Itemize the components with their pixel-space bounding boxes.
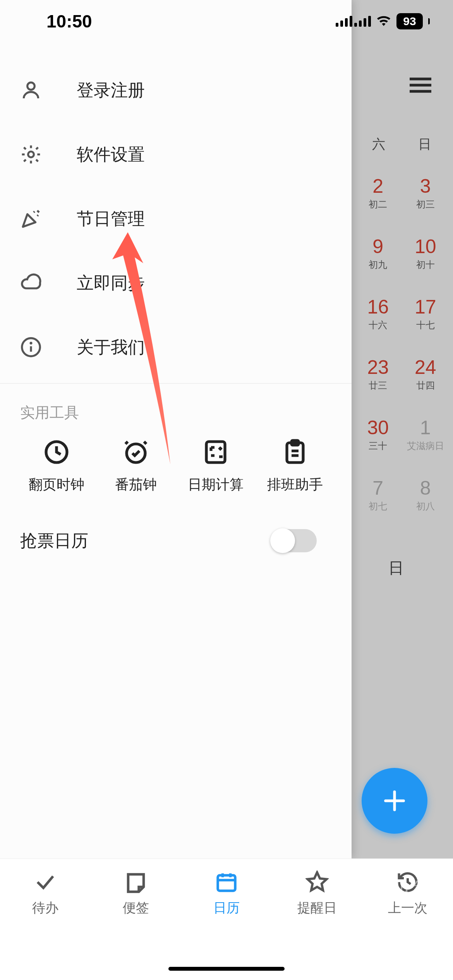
person-icon [20,79,42,101]
plus-icon [381,787,408,814]
calendar-icon [215,870,238,894]
tool-label: 番茄钟 [115,475,157,494]
battery-tip-icon [428,18,430,24]
menu-label: 节日管理 [77,207,145,230]
tools-section-header: 实用工具 [0,384,352,438]
weekday-sat: 六 [356,135,402,153]
signal-icon [336,16,371,27]
nav-label: 日历 [213,899,240,917]
calendar-selected-day: 日 [350,557,453,579]
info-icon [20,336,42,358]
calendar-day[interactable]: 30三十 [354,416,402,452]
star-icon [305,870,329,894]
menu-label: 登录注册 [77,79,145,102]
nav-label: 便签 [123,899,149,917]
weekday-sun: 日 [402,135,448,153]
ticket-calendar-toggle-row: 抢票日历 [0,494,352,552]
side-drawer: 登录注册 软件设置 节日管理 立即同步 关于我们 实用工具 翻页时钟 [0,0,352,858]
calendar-day[interactable]: 1艾滋病日 [402,416,450,452]
calendar-day[interactable]: 17十七 [402,296,450,331]
add-button[interactable] [362,768,427,834]
tool-label: 排班助手 [267,475,323,494]
calendar-day[interactable]: 24廿四 [402,356,450,392]
nav-calendar[interactable]: 日历 [181,870,272,980]
nav-todo[interactable]: 待办 [0,870,91,980]
battery-level: 93 [396,13,423,29]
calendar-day[interactable]: 16十六 [354,296,402,331]
calculator-icon [202,438,230,466]
clock-icon [43,438,70,466]
tool-date-calc[interactable]: 日期计算 [177,438,254,494]
calendar-day[interactable]: 7初七 [354,477,402,512]
weekday-header: 六 日 [350,135,453,153]
ticket-calendar-toggle[interactable] [272,529,317,552]
menu-item-about[interactable]: 关于我们 [0,315,352,379]
calendar-background: 六 日 2初二 3初三 9初九 10初十 16十六 17十七 23廿三 24廿四… [350,0,453,858]
calendar-day[interactable]: 8初八 [402,477,450,512]
tool-flip-clock[interactable]: 翻页时钟 [18,438,95,494]
menu-item-login[interactable]: 登录注册 [0,58,352,122]
calendar-day[interactable]: 23廿三 [354,356,402,392]
menu-item-holiday[interactable]: 节日管理 [0,187,352,251]
gear-icon [20,144,42,165]
nav-notes[interactable]: 便签 [91,870,181,980]
svg-rect-7 [206,442,225,463]
calendar-day[interactable]: 9初九 [354,235,402,271]
clipboard-icon [281,438,309,466]
svg-rect-10 [218,875,235,891]
hamburger-icon[interactable] [410,77,431,94]
home-indicator [168,967,285,971]
nav-label: 提醒日 [297,899,337,917]
menu-item-settings[interactable]: 软件设置 [0,122,352,187]
menu-item-sync[interactable]: 立即同步 [0,251,352,315]
alarm-icon [122,438,150,466]
calendar-day[interactable]: 10初十 [402,235,450,271]
toggle-knob [270,528,295,553]
calendar-day[interactable]: 2初二 [354,175,402,211]
toggle-label: 抢票日历 [20,529,88,552]
note-icon [124,870,148,894]
watermark: Baidu 经验 jingyan.baidu.com [367,877,445,906]
tool-label: 日期计算 [188,475,244,494]
wifi-icon [376,15,391,27]
svg-point-0 [27,82,35,90]
menu-label: 立即同步 [77,272,145,295]
cloud-icon [20,272,42,294]
menu-label: 软件设置 [77,143,145,166]
svg-point-1 [28,152,34,158]
status-bar: 10:50 93 [0,0,453,43]
status-time: 10:50 [46,11,92,32]
calendar-day[interactable]: 3初三 [402,175,450,211]
menu-label: 关于我们 [77,336,145,359]
tool-shift-helper[interactable]: 排班助手 [256,438,334,494]
nav-label: 待办 [32,899,58,917]
tools-grid: 翻页时钟 番茄钟 日期计算 排班助手 [0,438,352,494]
nav-reminder[interactable]: 提醒日 [272,870,362,980]
tool-label: 翻页时钟 [29,475,84,494]
party-icon [20,208,42,230]
tool-pomodoro[interactable]: 番茄钟 [97,438,175,494]
check-icon [34,870,57,894]
